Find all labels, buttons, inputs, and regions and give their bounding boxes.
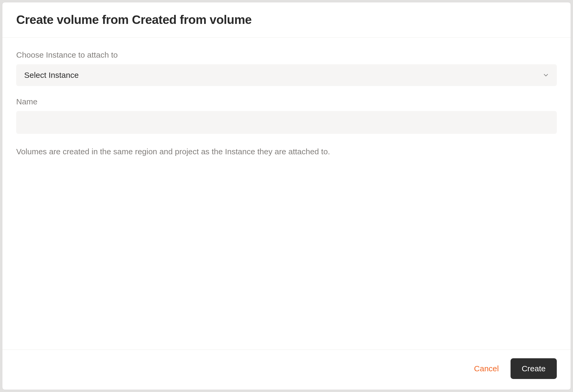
name-input[interactable] — [16, 111, 557, 134]
instance-select-wrap: Select Instance — [16, 64, 557, 86]
create-volume-modal: Create volume from Created from volume C… — [2, 2, 571, 390]
modal-footer: Cancel Create — [2, 350, 571, 390]
modal-body: Choose Instance to attach to Select Inst… — [2, 38, 571, 350]
modal-header: Create volume from Created from volume — [2, 2, 571, 38]
cancel-button[interactable]: Cancel — [473, 361, 500, 376]
create-button[interactable]: Create — [511, 358, 557, 379]
instance-select-label: Choose Instance to attach to — [16, 50, 557, 59]
instance-select[interactable]: Select Instance — [16, 64, 557, 86]
name-input-label: Name — [16, 97, 557, 106]
help-text: Volumes are created in the same region a… — [16, 146, 557, 158]
modal-title: Create volume from Created from volume — [16, 12, 557, 27]
